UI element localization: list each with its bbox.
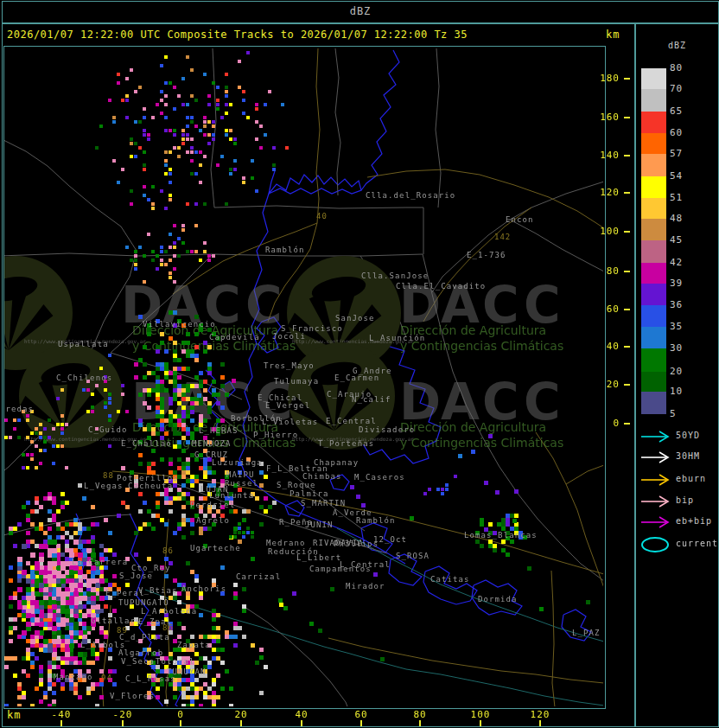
legend-marker-label: bip [676,495,694,505]
place-label: aredas [3,405,34,413]
legend-color-block [641,284,666,305]
place-label: Algarrob [118,648,163,657]
place-label: Tulumaya [274,377,319,386]
place-label: L_Arboleda [141,607,197,616]
bottom-axis-tick-label: -20 [108,709,137,720]
place-label: V_Flores [110,692,155,700]
legend-level-label: 42 [670,257,704,268]
right-axis-tick-label: 100 [597,226,620,237]
legend-color-block [641,372,666,392]
place-label: C_L_Rosas [125,674,176,683]
place-label: Russel [225,479,258,488]
place-label: Agrelo [196,516,230,525]
bottom-axis-tick [240,720,242,726]
legend-level-label: 51 [670,192,704,203]
legend-level-label: 57 [670,148,704,159]
legend-color-block [641,305,666,327]
legend-marker-label: eburn [676,474,706,483]
right-axis-tick [624,346,630,348]
place-label: Manzano [54,673,93,681]
place-label: L_Asunción [369,334,425,342]
place-label: Carrizal [236,572,281,581]
place-label: MENDOZA [192,439,232,448]
place-label: Ugarteche [190,544,241,552]
right-axis-tick-label: 40 [597,341,620,352]
place-label: L_Central [340,560,391,569]
bottom-axis-tick-label: 120 [525,709,555,720]
place-label: JUNIN [305,520,334,529]
bottom-axis-tick-label: 0 [166,709,195,720]
place-label: P_Hierro [253,431,298,439]
legend-color-block [641,68,666,89]
page-title: dBZ [3,5,718,17]
place-label: Villavicencio [143,320,216,329]
place-label: S_ROSA [396,552,429,560]
place-label: V_Btias [138,586,178,595]
legend-color-block [641,176,666,198]
place-label: Capdevila [209,333,260,342]
place-label: Lunlunta [209,491,254,500]
place-label: S_Jose [119,572,153,580]
legend-marker-label: 50YD [676,431,700,440]
place-label: L_Vegas [84,482,124,490]
right-axis-tick [624,231,630,233]
header-timestamp: 2026/01/07 12:22:00 UTC Composite Tracks… [7,29,468,41]
eb+bip-arrow-icon [640,514,673,534]
bottom-axis-tick-label: 60 [347,709,376,720]
bottom-axis-tick [301,720,302,726]
place-label: Jocoli [272,332,306,341]
route-number-label: 94 [101,674,112,682]
place-label: SanJose [335,314,375,322]
place-label: Tres_Mayo [264,361,315,370]
place-label: Phillips [334,540,379,548]
bottom-axis-unit: km [7,709,21,721]
right-axis-tick [624,117,630,118]
place-label: Catitas [430,575,470,584]
30HM-arrow-icon [640,449,673,469]
place-label: TUPUNGATO [118,598,169,607]
legend-panel: dBZ 807065605754514845423936353020105 50… [635,23,719,727]
legend-level-label: 30 [670,342,704,354]
place-label: N_calif [352,395,391,404]
place-label: T_Porteñas [318,439,374,448]
route-number-label: 86 [162,546,174,555]
bottom-axis-tick [419,720,421,726]
place-label: Mirador [346,582,385,591]
place-label: Medrano [266,539,306,547]
place-label: Palmira [290,489,329,498]
place-label: Gltallary [91,616,142,625]
legend-level-label: 54 [670,170,704,182]
radar-app-window: dBZ 2026/01/07 12:22:00 UTC Composite Tr… [0,0,719,728]
legend-color-block [641,198,666,219]
legend-level-label: 45 [670,234,704,246]
legend-level-label: 36 [670,299,704,310]
bottom-axis-tick [122,720,124,726]
50YD-arrow-icon [640,428,673,449]
legend-color-block [641,263,666,284]
legend-color-block [641,89,666,112]
bottom-axis-tick [180,720,181,726]
right-axis-tick-label: 160 [597,112,620,123]
legend-marker-label: eb+bip [676,516,712,526]
place-label: La_Carrera [72,558,128,566]
right-axis-tick [624,155,630,156]
place-label: Lomas_Blancas [464,531,538,540]
legend-level-label: 10 [670,386,704,397]
place-label: S_Roque [277,481,316,489]
legend-level-label: 48 [670,213,704,224]
place-label: Luzuriaga [212,458,263,467]
place-label: C_Guido [88,425,128,434]
legend-level-label: 65 [670,105,704,117]
place-label: V_Seca [121,657,155,666]
title-bar: dBZ [2,1,719,23]
radar-map-viewport[interactable]: Clla.del_RosarioRamblónEnconE_1-736Clla.… [3,46,606,709]
place-label: Ramblón [356,516,396,525]
place-label: Uspallata [58,340,109,348]
right-axis-tick [624,384,630,386]
place-label: E_1-736 [467,251,506,259]
right-axis-tick-label: 60 [597,303,620,315]
current-cell-icon [640,536,673,557]
bottom-axis-tick [480,720,481,726]
bottom-axis-tick [539,720,541,726]
right-axis-tick [624,271,630,272]
